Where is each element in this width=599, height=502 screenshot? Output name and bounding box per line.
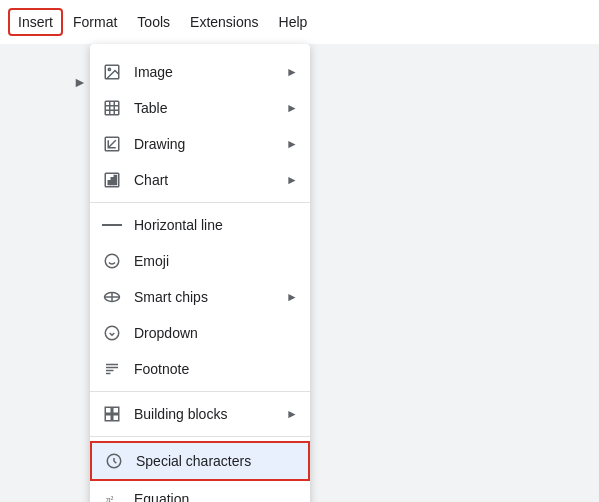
svg-rect-10 (108, 181, 110, 185)
dropdown-icon (102, 323, 122, 343)
svg-line-8 (108, 140, 116, 148)
svg-rect-2 (105, 101, 119, 115)
menu-tools[interactable]: Tools (127, 8, 180, 36)
svg-rect-25 (113, 407, 119, 413)
svg-rect-27 (113, 415, 119, 421)
menu-tools-label: Tools (137, 14, 170, 30)
footnote-label: Footnote (134, 361, 189, 377)
menu-item-equation[interactable]: π² Equation (90, 481, 310, 502)
section-2: Horizontal line Emoji (90, 203, 310, 392)
menubar: Insert Format Tools Extensions Help (0, 0, 599, 44)
menu-item-emoji[interactable]: Emoji (90, 243, 310, 279)
equation-label: Equation (134, 491, 189, 502)
chart-arrow: ► (286, 173, 298, 187)
menu-item-special-characters[interactable]: Special characters (90, 441, 310, 481)
section-4: Special characters π² Equation (90, 437, 310, 502)
footnote-icon (102, 359, 122, 379)
smart-chips-arrow: ► (286, 290, 298, 304)
equation-icon: π² (102, 489, 122, 502)
menu-item-footnote[interactable]: Footnote (90, 351, 310, 387)
menu-format-label: Format (73, 14, 117, 30)
smartchips-icon (102, 287, 122, 307)
menu-item-image[interactable]: Image ► (90, 54, 310, 90)
special-icon (104, 451, 124, 471)
section-1: Image ► Table ► (90, 50, 310, 203)
special-characters-label: Special characters (136, 453, 251, 469)
image-label: Image (134, 64, 173, 80)
drawing-icon (102, 134, 122, 154)
svg-text:π²: π² (106, 494, 114, 502)
table-arrow: ► (286, 101, 298, 115)
menu-help[interactable]: Help (269, 8, 318, 36)
app-container: Insert Format Tools Extensions Help ► (0, 0, 599, 502)
svg-rect-11 (111, 178, 113, 185)
menu-item-table[interactable]: Table ► (90, 90, 310, 126)
emoji-icon (102, 251, 122, 271)
chart-icon (102, 170, 122, 190)
emoji-label: Emoji (134, 253, 169, 269)
blocks-arrow: ► (286, 407, 298, 421)
menu-item-chart[interactable]: Chart ► (90, 162, 310, 198)
menu-extensions[interactable]: Extensions (180, 8, 268, 36)
horizontal-line-label: Horizontal line (134, 217, 223, 233)
menu-item-dropdown[interactable]: Dropdown (90, 315, 310, 351)
table-icon (102, 98, 122, 118)
hr-icon (102, 215, 122, 235)
svg-rect-24 (105, 407, 111, 413)
drawing-label: Drawing (134, 136, 185, 152)
menu-item-drawing[interactable]: Drawing ► (90, 126, 310, 162)
svg-point-19 (105, 326, 119, 340)
menu-extensions-label: Extensions (190, 14, 258, 30)
blocks-icon (102, 404, 122, 424)
svg-point-13 (105, 254, 119, 268)
svg-rect-26 (105, 415, 111, 421)
building-blocks-label: Building blocks (134, 406, 227, 422)
svg-point-1 (108, 68, 110, 70)
menu-item-horizontal-line[interactable]: Horizontal line (90, 207, 310, 243)
svg-rect-12 (114, 176, 116, 185)
image-icon (102, 62, 122, 82)
drawing-arrow: ► (286, 137, 298, 151)
table-label: Table (134, 100, 167, 116)
dropdown-label: Dropdown (134, 325, 198, 341)
menu-item-smart-chips[interactable]: Smart chips ► (90, 279, 310, 315)
insert-dropdown: Image ► Table ► (90, 44, 310, 502)
image-arrow: ► (286, 65, 298, 79)
smart-chips-label: Smart chips (134, 289, 208, 305)
menu-format[interactable]: Format (63, 8, 127, 36)
section-3: Building blocks ► (90, 392, 310, 437)
menu-item-building-blocks[interactable]: Building blocks ► (90, 396, 310, 432)
sidebar-arrow[interactable]: ► (70, 70, 90, 94)
menu-insert[interactable]: Insert (8, 8, 63, 36)
menu-help-label: Help (279, 14, 308, 30)
menu-insert-label: Insert (18, 14, 53, 30)
chart-label: Chart (134, 172, 168, 188)
